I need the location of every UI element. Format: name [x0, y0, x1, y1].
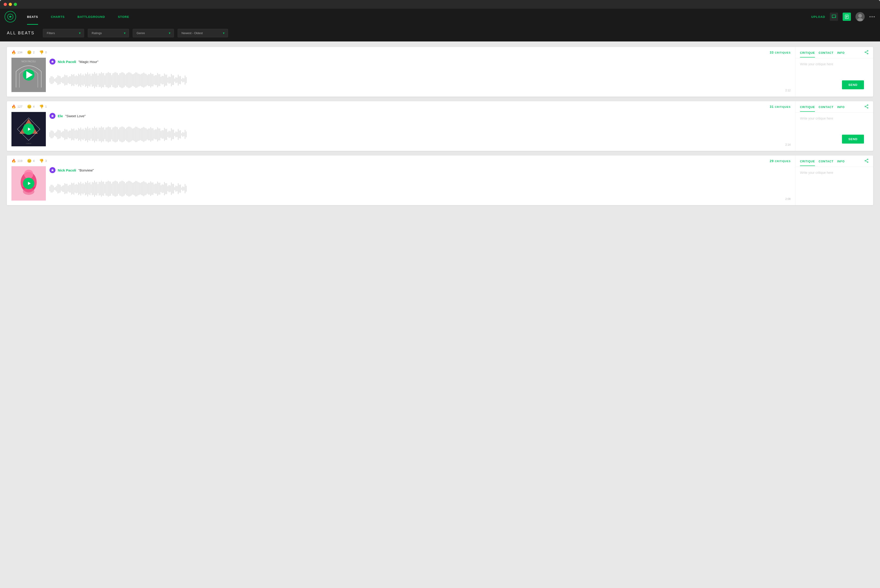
waveform-bar	[93, 74, 94, 87]
waveform-bar	[185, 75, 185, 84]
beat-tabs-1: CRITIQUE CONTACT INFO	[796, 47, 873, 58]
minimize-button[interactable]	[9, 3, 12, 6]
waveform-bar	[159, 74, 160, 86]
waveform-bar	[53, 186, 54, 191]
waveform-bar	[125, 183, 126, 194]
waveform-bar	[154, 130, 155, 138]
waveform-bar	[166, 183, 167, 194]
waveform-bar	[68, 77, 69, 83]
waveform-bar	[115, 181, 116, 196]
ratings-dropdown-wrapper: Ratings ▼	[88, 29, 129, 38]
waveform-bar	[138, 182, 138, 195]
waveform-bar	[137, 181, 137, 196]
critique-area-2[interactable]: Write your critique here	[796, 112, 873, 135]
share-button-1[interactable]	[864, 50, 868, 58]
waveform-bar	[55, 133, 56, 136]
play-icon-1	[24, 69, 35, 81]
beat-name-3: "Bonview"	[78, 168, 94, 172]
waveform-bar	[153, 183, 153, 195]
beat-art-2: culture	[12, 112, 46, 146]
waveform-bar	[147, 184, 147, 194]
waveform-2: 2:14	[50, 123, 791, 146]
artist-name-3[interactable]: Nick Pacoli	[58, 168, 76, 172]
thumbdown-stat-2: 👎 1	[39, 104, 47, 109]
waveform-bar	[143, 73, 144, 87]
waveform-bar	[104, 130, 105, 139]
tab-info-1[interactable]: INFO	[837, 51, 845, 57]
waveform-bar	[95, 128, 96, 141]
tab-info-2[interactable]: INFO	[837, 105, 845, 111]
artist-name-1[interactable]: Nick Pacoli	[58, 60, 76, 64]
waveform-bar	[68, 186, 69, 192]
play-button-1[interactable]	[23, 69, 35, 81]
send-button-1[interactable]: SEND	[842, 80, 864, 89]
waveform-bar	[50, 132, 50, 137]
play-button-2[interactable]	[23, 123, 35, 135]
waveform-bar	[94, 72, 95, 88]
upload-button[interactable]: UPLOAD	[811, 15, 825, 18]
user-avatar[interactable]	[856, 12, 865, 21]
waveform-bar	[166, 129, 167, 140]
waveform-bar	[134, 73, 135, 87]
sort-dropdown[interactable]: Newest - Oldest ▼	[178, 29, 228, 38]
genre-dropdown[interactable]: Genre ▼	[133, 29, 174, 38]
messages-icon-button[interactable]	[830, 13, 838, 21]
share-button-2[interactable]	[864, 104, 868, 112]
nav-item-battleground[interactable]: BATTLEGROUND	[71, 9, 111, 25]
critique-area-3[interactable]: Write your critique here	[796, 167, 873, 205]
logo-icon	[7, 14, 14, 20]
tab-info-3[interactable]: INFO	[837, 160, 845, 166]
waveform-bar	[53, 77, 54, 83]
waveform-bar	[114, 73, 114, 87]
more-options-button[interactable]: •••	[869, 14, 875, 20]
waveform-bar	[125, 129, 126, 140]
waveform-bar	[96, 73, 97, 87]
tab-critique-1[interactable]: CRITIQUE	[800, 51, 818, 57]
waveform-bar	[140, 183, 141, 194]
waveform-bar	[113, 182, 113, 195]
waveform-bar	[102, 128, 103, 141]
waveform-bar	[170, 186, 170, 192]
waveform-bar	[115, 72, 116, 88]
nav-item-store[interactable]: STORE	[111, 9, 136, 25]
neutral-stat-1: 😐 2	[27, 50, 35, 54]
waveform-bar	[163, 130, 164, 138]
close-button[interactable]	[4, 3, 7, 6]
tab-contact-1[interactable]: CONTACT	[818, 51, 837, 57]
ratings-dropdown[interactable]: Ratings ▼	[88, 29, 129, 38]
filters-dropdown[interactable]: Filters ▼	[43, 29, 84, 38]
waveform-bar	[63, 77, 64, 84]
waveform-bar	[50, 78, 50, 82]
waveform-bar	[130, 73, 130, 88]
waveform-bar	[131, 73, 132, 87]
waveform-bar	[122, 126, 122, 142]
waveform-bar	[83, 74, 83, 86]
tab-critique-3[interactable]: CRITIQUE	[800, 160, 818, 166]
play-button-3[interactable]	[23, 178, 35, 189]
waveform-bar	[109, 127, 110, 142]
waveform-bar	[177, 78, 178, 82]
waveform-bar	[92, 74, 93, 87]
send-button-2[interactable]: SEND	[842, 135, 864, 144]
waveform-bar	[122, 72, 122, 88]
beats-list: 🔥 134 😐 2 👎 0 33 CRITIQUES	[0, 42, 880, 211]
waveform-bar	[168, 76, 169, 84]
critiques-count-3: 29 CRITIQUES	[770, 159, 791, 163]
tab-critique-2[interactable]: CRITIQUE	[800, 105, 818, 111]
music-icon-button[interactable]	[842, 13, 851, 21]
artist-name-2[interactable]: Ele	[58, 114, 63, 118]
beat-player-2: culture Ele "Sweet Love"	[7, 112, 795, 151]
critique-area-1[interactable]: Write your critique here	[796, 58, 873, 80]
nav-item-beats[interactable]: BEATS	[21, 9, 44, 25]
share-button-3[interactable]	[864, 159, 868, 167]
maximize-button[interactable]	[14, 3, 17, 6]
waveform-bar	[106, 182, 106, 195]
nav-item-charts[interactable]: CHARTS	[44, 9, 71, 25]
waveform-bar	[103, 182, 104, 195]
waveform-bar	[129, 181, 129, 196]
waveform-bar	[161, 77, 161, 83]
app-logo[interactable]	[5, 11, 16, 22]
tab-contact-2[interactable]: CONTACT	[818, 105, 837, 111]
tab-contact-3[interactable]: CONTACT	[818, 160, 837, 166]
waveform-bar	[111, 75, 112, 85]
